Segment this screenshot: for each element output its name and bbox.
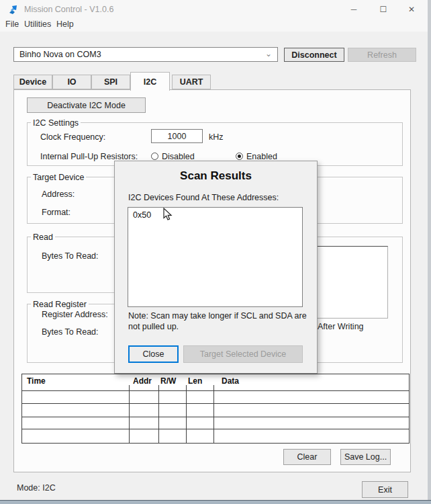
status-mode: Mode: I2C [17,483,56,493]
table-divider [129,385,130,443]
clock-frequency-input[interactable]: 1000 [151,129,203,143]
device-select[interactable]: Binho Nova on COM3 ⌄ [13,47,278,62]
tab-device-label: Device [19,77,46,87]
menu-bar: File Utilities Help [0,18,428,32]
tab-i2c[interactable]: I2C [130,72,170,91]
read-register-bytes-label: Bytes To Read: [42,327,99,337]
refresh-label: Refresh [367,50,397,60]
title-bar: Mission Control - V1.0.6 ─ ☐ ✕ [0,0,428,18]
tab-io-label: IO [67,77,76,87]
tab-uart[interactable]: UART [172,75,211,89]
tab-io[interactable]: IO [52,75,91,89]
minimize-button[interactable]: ─ [345,2,363,16]
read-title: Read [31,233,55,242]
register-address-label: Register Address: [42,310,108,319]
table-row-line [21,403,410,404]
pullup-enabled-radio[interactable] [236,153,243,160]
table-divider [158,385,159,443]
col-data: Data [222,376,239,386]
pullup-disabled-label: Disabled [162,152,195,161]
col-len: Len [188,376,202,386]
dialog-note: Note: Scan may take longer if SCL and SD… [128,310,314,332]
menu-file[interactable]: File [5,19,19,29]
scan-results-dialog: Scan Results I2C Devices Found At These … [114,161,318,374]
close-icon: ✕ [408,5,415,14]
col-addr: Addr [133,376,152,386]
maximize-icon: ☐ [380,5,387,14]
format-label: Format: [42,208,70,217]
close-button[interactable]: ✕ [403,2,420,16]
device-select-value: Binho Nova on COM3 [19,50,101,59]
log-table [21,374,410,444]
mouse-cursor-icon [163,208,173,221]
clear-label: Clear [297,452,318,462]
table-divider [186,385,187,443]
tab-device[interactable]: Device [13,75,52,89]
table-divider [213,385,214,443]
save-log-button[interactable]: Save Log... [340,449,391,465]
tab-i2c-label: I2C [144,77,156,87]
pullup-enabled-label: Enabled [246,152,277,161]
device-list[interactable]: 0x50 [128,207,303,307]
table-row-line [21,390,410,391]
app-logo-icon [8,4,19,15]
window-edge [428,0,431,504]
disconnect-label: Disconnect [291,50,336,60]
refresh-button[interactable]: Refresh [348,48,416,62]
chevron-down-icon: ⌄ [265,49,272,58]
clock-frequency-value: 1000 [168,132,187,141]
clock-frequency-label: Clock Frequency: [40,132,105,142]
tab-spi-label: SPI [104,77,117,87]
app-window: Mission Control - V1.0.6 ─ ☐ ✕ File Util… [0,0,431,504]
tab-spi[interactable]: SPI [91,75,130,89]
target-selected-device-button[interactable]: Target Selected Device [183,345,303,363]
khz-label: kHz [209,132,224,142]
window-edge [0,500,431,504]
maximize-button[interactable]: ☐ [375,2,392,16]
target-device-title: Target Device [31,173,86,182]
minimize-icon: ─ [351,5,357,14]
deactivate-i2c-label: Deactivate I2C Mode [47,101,126,110]
table-row-line [21,417,410,417]
tab-uart-label: UART [180,77,203,87]
pullup-label: Internal Pull-Up Resistors: [40,152,138,161]
col-time: Time [27,376,46,386]
clear-button[interactable]: Clear [283,449,331,465]
table-row-line [21,429,410,429]
dialog-close-label: Close [143,349,164,359]
write-data-area[interactable] [313,246,388,319]
disconnect-button[interactable]: Disconnect [284,48,344,62]
save-log-label: Save Log... [344,452,387,462]
read-bytes-label: Bytes To Read: [42,251,99,261]
device-list-item[interactable]: 0x50 [128,208,302,220]
read-register-title: Read Register [31,300,89,309]
dialog-close-button[interactable]: Close [128,345,179,363]
menu-help[interactable]: Help [56,19,74,29]
menu-utilities[interactable]: Utilities [24,19,51,29]
dialog-subtitle: I2C Devices Found At These Addresses: [128,193,279,202]
address-label: Address: [42,190,75,199]
pullup-disabled-radio[interactable] [151,153,158,160]
exit-button[interactable]: Exit [362,481,408,498]
col-rw: R/W [160,376,176,386]
dialog-title: Scan Results [115,169,317,183]
after-writing-label: After Writing [318,322,364,331]
window-title: Mission Control - V1.0.6 [24,5,113,14]
exit-label: Exit [378,485,392,495]
target-selected-device-label: Target Selected Device [200,349,287,359]
deactivate-i2c-button[interactable]: Deactivate I2C Mode [27,97,146,113]
i2c-settings-title: I2C Settings [31,118,81,128]
